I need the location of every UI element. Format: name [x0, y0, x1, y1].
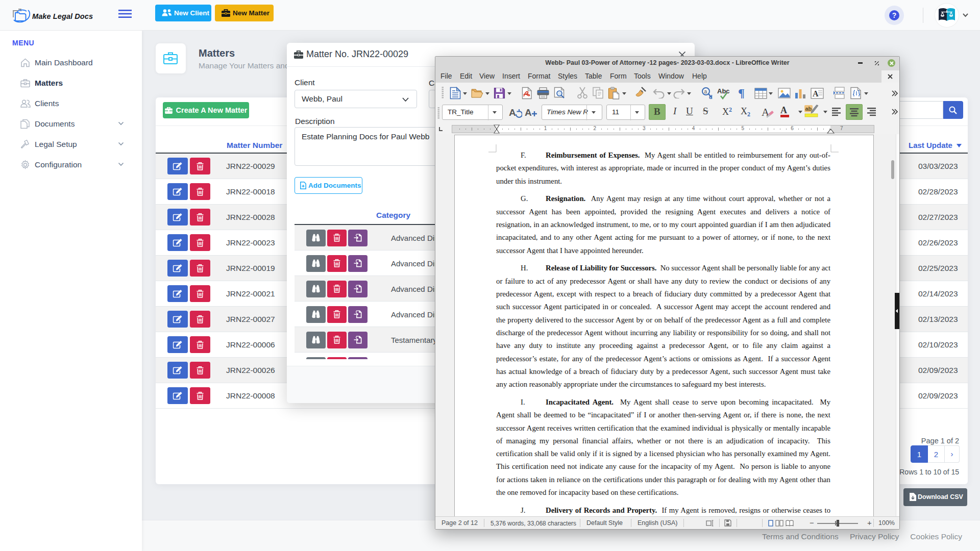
svg-text:¶: ¶ [738, 87, 745, 99]
svg-text:ab: ab [805, 106, 812, 112]
svg-text:a: a [704, 89, 707, 94]
svg-text:d: d [709, 94, 713, 99]
svg-text:A: A [525, 107, 532, 118]
svg-text:A: A [813, 89, 819, 98]
svg-text:Abc: Abc [717, 87, 730, 95]
svg-text:A: A [509, 107, 516, 118]
